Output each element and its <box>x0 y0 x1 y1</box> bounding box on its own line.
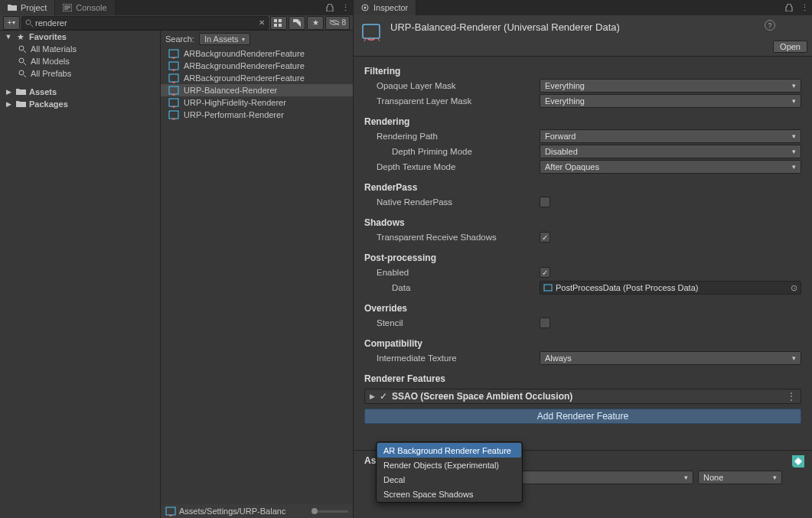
prop-post-enabled: Enabled <box>364 268 409 277</box>
svg-point-17 <box>364 6 367 8</box>
svg-point-8 <box>19 70 24 75</box>
asset-row[interactable]: ARBackgroundRendererFeature <box>161 72 353 84</box>
search-scope-dropdown[interactable]: In Assets ▾ <box>199 33 250 45</box>
asset-row[interactable]: ARBackgroundRendererFeature <box>161 47 353 60</box>
chevron-down-icon: ▾ <box>242 36 245 43</box>
popup-item-screen-space-shadows[interactable]: Screen Space Shadows <box>377 487 521 501</box>
star-icon: ★ <box>15 32 26 42</box>
kebab-icon[interactable]: ⋮ <box>338 0 353 15</box>
search-icon <box>17 70 28 78</box>
opaque-layer-mask-dropdown[interactable]: Everything <box>540 79 801 93</box>
scriptable-object-icon <box>168 60 179 71</box>
scriptable-object-icon <box>168 48 179 59</box>
transparent-layer-mask-dropdown[interactable]: Everything <box>540 94 801 108</box>
popup-item-render-objects[interactable]: Render Objects (Experimental) <box>377 458 521 472</box>
add-button[interactable]: +▾ <box>3 16 20 30</box>
help-icon[interactable]: ? <box>765 20 775 31</box>
svg-rect-2 <box>274 19 277 22</box>
asset-row[interactable]: URP-HighFidelity-Renderer <box>161 96 353 109</box>
tree-label: Packages <box>29 99 68 109</box>
lock-icon[interactable] <box>781 0 797 15</box>
svg-rect-10 <box>169 62 178 70</box>
packages-root[interactable]: ▶ Packages <box>0 98 160 110</box>
tab-inspector[interactable]: Inspector <box>354 0 416 15</box>
prop-depth-priming: Depth Priming Mode <box>364 147 472 156</box>
asset-row[interactable]: ARBackgroundRendererFeature <box>161 60 353 72</box>
add-feature-popup: AR Background Renderer Feature Render Ob… <box>376 441 523 503</box>
tab-label: Project <box>21 3 47 12</box>
lock-icon[interactable] <box>322 0 338 15</box>
transparent-receive-shadows-checkbox[interactable]: ✓ <box>540 232 550 243</box>
search-input[interactable] <box>35 18 259 28</box>
asset-name: URP-HighFidelity-Renderer <box>184 98 286 107</box>
thumbnail-size-slider[interactable] <box>311 508 318 514</box>
favorite-item[interactable]: All Prefabs <box>0 67 160 80</box>
favorite-item[interactable]: All Models <box>0 55 160 67</box>
prop-rendering-path: Rendering Path <box>364 132 438 141</box>
prop-post-data: Data <box>364 283 410 292</box>
kebab-icon[interactable]: ⋮ <box>787 391 796 402</box>
svg-point-7 <box>19 58 24 63</box>
asset-name: URP-Performant-Renderer <box>184 110 284 119</box>
folder-icon <box>8 4 17 11</box>
prop-depth-texture: Depth Texture Mode <box>364 162 455 171</box>
tab-spacer <box>116 0 322 15</box>
post-data-field[interactable]: PostProcessData (Post Process Data) <box>540 281 801 295</box>
search-results: ARBackgroundRendererFeature ARBackground… <box>161 47 353 504</box>
open-asset-button[interactable]: Open <box>773 41 807 53</box>
foldout-arrow-icon: ▼ <box>5 33 12 41</box>
tab-console[interactable]: Console <box>55 0 115 15</box>
search-input-wrap[interactable]: ✕ <box>21 16 269 30</box>
svg-point-1 <box>26 20 31 24</box>
checkmark-icon: ✓ <box>380 391 387 402</box>
search-icon <box>25 19 33 27</box>
asset-row[interactable]: URP-Balanced-Renderer <box>161 84 353 96</box>
folder-icon <box>15 88 26 96</box>
svg-rect-4 <box>274 24 277 27</box>
asset-name: ARBackgroundRendererFeature <box>184 61 305 70</box>
post-enabled-checkbox[interactable]: ✓ <box>540 267 550 278</box>
stencil-checkbox[interactable] <box>540 318 550 328</box>
asset-path: Assets/Settings/URP-Balanc <box>179 507 285 516</box>
depth-texture-dropdown[interactable]: After Opaques <box>540 160 801 174</box>
tree-label: Favorites <box>29 32 67 41</box>
kebab-icon[interactable]: ⋮ <box>797 0 812 15</box>
svg-rect-19 <box>544 285 552 291</box>
native-renderpass-checkbox[interactable] <box>540 197 550 207</box>
prop-transparent-receive-shadows: Transparent Receive Shadows <box>364 233 497 242</box>
svg-rect-13 <box>169 99 178 106</box>
tree-label: All Models <box>31 57 70 66</box>
favorites-header[interactable]: ▼ ★ Favorites <box>0 31 160 43</box>
foldout-arrow-icon: ▶ <box>5 100 12 108</box>
depth-priming-dropdown[interactable]: Disabled <box>540 145 801 158</box>
section-compatibility: Compatibility <box>354 331 812 350</box>
feature-ssao[interactable]: ▶ ✓ SSAO (Screen Space Ambient Occlusion… <box>364 389 801 404</box>
section-filtering: Filtering <box>354 58 812 78</box>
rendering-path-dropdown[interactable]: Forward <box>540 129 801 143</box>
popup-item-ar-background[interactable]: AR Background Renderer Feature <box>377 443 521 458</box>
section-renderer-features: Renderer Features <box>354 366 812 386</box>
search-by-label-button[interactable] <box>289 16 305 30</box>
asset-row[interactable]: URP-Performant-Renderer <box>161 109 353 121</box>
tab-project[interactable]: Project <box>0 0 55 15</box>
console-icon <box>63 4 72 11</box>
clear-search-icon[interactable]: ✕ <box>259 18 265 27</box>
scriptable-object-icon <box>168 85 179 96</box>
assetlabel-tag-icon[interactable] <box>792 455 804 468</box>
add-renderer-feature-button[interactable]: Add Renderer Feature <box>364 409 801 424</box>
asset-name: URP-Balanced-Renderer <box>184 86 277 95</box>
slider-track[interactable] <box>318 510 348 513</box>
scriptable-object-icon <box>168 73 179 83</box>
prop-stencil: Stencil <box>364 318 403 327</box>
popup-item-decal[interactable]: Decal <box>377 472 521 487</box>
favorite-item[interactable]: All Materials <box>0 43 160 55</box>
intermediate-texture-dropdown[interactable]: Always <box>540 351 801 365</box>
asset-path-footer: Assets/Settings/URP-Balanc <box>161 504 353 518</box>
svg-rect-5 <box>279 24 282 27</box>
assets-root[interactable]: ▶ Assets <box>0 86 160 98</box>
hidden-packages-button[interactable]: 8 <box>325 16 350 30</box>
scriptable-object-icon <box>168 97 179 108</box>
save-search-button[interactable]: ★ <box>307 16 324 30</box>
assetbundle-variant-dropdown[interactable]: None <box>698 471 782 484</box>
search-by-type-button[interactable] <box>270 16 287 30</box>
